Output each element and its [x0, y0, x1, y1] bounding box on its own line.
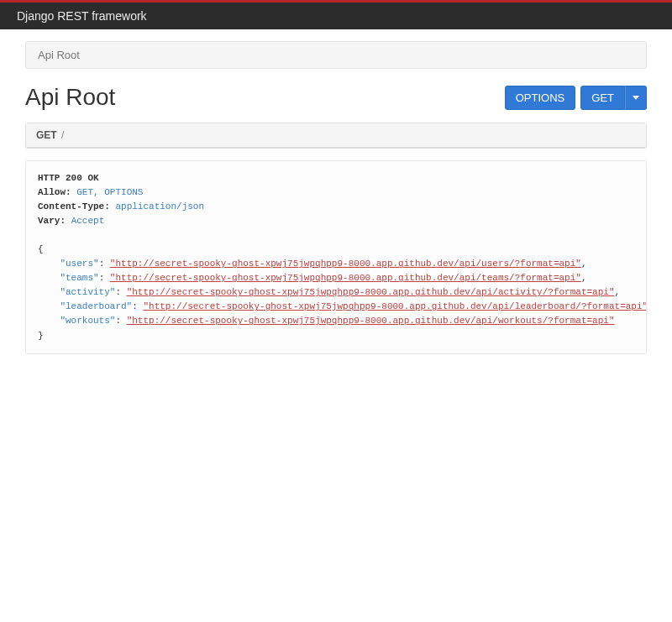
button-group: OPTIONS GET [505, 86, 647, 110]
json-link-activity[interactable]: "http://secret-spooky-ghost-xpwj75jwpqhp… [127, 287, 615, 297]
allow-label: Allow: [38, 187, 71, 197]
header-row: Api Root OPTIONS GET [25, 84, 647, 111]
json-link-leaderboard[interactable]: "http://secret-spooky-ghost-xpwj75jwpqhp… [143, 301, 647, 311]
status-line: HTTP 200 OK [38, 173, 99, 183]
get-dropdown-toggle[interactable] [625, 86, 647, 110]
page-title: Api Root [25, 84, 115, 111]
main-container: Api Root Api Root OPTIONS GET GET / HTTP… [8, 41, 664, 354]
json-open-brace: { [38, 244, 44, 254]
breadcrumb-item[interactable]: Api Root [38, 49, 80, 61]
vary-label: Vary: [38, 216, 66, 226]
content-type-label: Content-Type: [38, 201, 110, 212]
allow-value: GET, OPTIONS [76, 187, 143, 197]
navbar: Django REST framework [0, 3, 672, 29]
content-type-value: application/json [115, 201, 204, 212]
get-split-button: GET [580, 86, 647, 110]
json-close-brace: } [38, 331, 44, 341]
brand-link[interactable]: Django REST framework [17, 9, 147, 23]
options-button[interactable]: OPTIONS [505, 86, 576, 110]
json-key-activity: "activity" [60, 287, 115, 297]
vary-value: Accept [71, 216, 105, 226]
json-key-workouts: "workouts" [60, 316, 115, 326]
request-path: / [61, 129, 64, 141]
request-panel: GET / [25, 123, 647, 149]
json-link-workouts[interactable]: "http://secret-spooky-ghost-xpwj75jwpqhp… [127, 316, 615, 326]
json-key-leaderboard: "leaderboard" [60, 301, 132, 311]
json-key-teams: "teams" [60, 273, 98, 283]
breadcrumb: Api Root [25, 41, 647, 69]
json-link-teams[interactable]: "http://secret-spooky-ghost-xpwj75jwpqhp… [110, 273, 581, 283]
json-link-users[interactable]: "http://secret-spooky-ghost-xpwj75jwpqhp… [110, 259, 581, 269]
request-method: GET [36, 129, 57, 141]
request-header: GET / [26, 123, 646, 148]
response-body: HTTP 200 OK Allow: GET, OPTIONS Content-… [25, 160, 647, 354]
get-button[interactable]: GET [580, 86, 625, 110]
json-key-users: "users" [60, 259, 98, 269]
caret-down-icon [633, 96, 639, 100]
